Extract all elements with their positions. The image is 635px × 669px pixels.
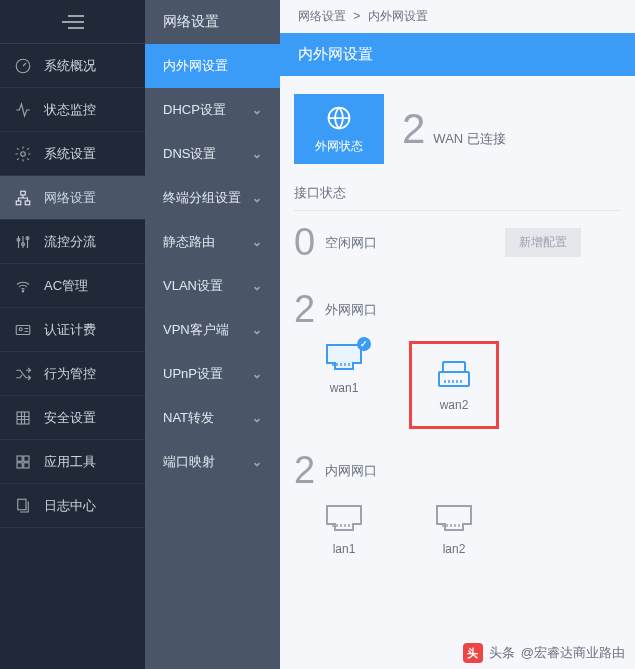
nav-system-overview[interactable]: 系统概况 [0,44,145,88]
checkmark-icon [357,337,371,351]
svg-rect-13 [24,456,29,461]
nav-network-settings[interactable]: 网络设置 [0,176,145,220]
toutiao-logo-icon: 头 [463,643,483,663]
wan-port-label: 外网网口 [325,301,377,319]
chevron-down-icon [252,369,262,379]
nav-label: 行为管控 [44,365,96,383]
idle-port-count: 0 [294,221,315,264]
sidebar-primary: 系统概况 状态监控 系统设置 网络设置 流控分流 AC管理 认证计费 行为管控 [0,0,145,669]
sec-item-dhcp[interactable]: DHCP设置 [145,88,280,132]
wan-status-box[interactable]: 外网状态 [294,94,384,164]
svg-rect-4 [25,201,30,205]
svg-rect-3 [16,201,21,205]
chevron-down-icon [252,325,262,335]
wan-count: 2 [402,105,425,153]
port-wan1[interactable]: wan1 [314,341,374,429]
hamburger-icon [62,15,84,29]
nav-label: 认证计费 [44,321,96,339]
nav-label: 网络设置 [44,189,96,207]
wan-status-card: 外网状态 2 WAN 已连接 [294,94,621,164]
interface-section-title: 接口状态 [294,184,621,211]
lan-port-count: 2 [294,449,315,492]
nav-auth-billing[interactable]: 认证计费 [0,308,145,352]
chevron-down-icon [252,193,262,203]
svg-rect-18 [443,362,465,372]
sec-item-terminal-group[interactable]: 终端分组设置 [145,176,280,220]
breadcrumb: 网络设置 > 内外网设置 [280,0,635,33]
sec-item-nat[interactable]: NAT转发 [145,396,280,440]
sliders-icon [14,233,32,251]
files-icon [14,497,32,515]
sec-item-static-route[interactable]: 静态路由 [145,220,280,264]
gear-icon [14,145,32,163]
nav-label: 状态监控 [44,101,96,119]
svg-rect-9 [16,325,30,334]
svg-rect-12 [17,456,22,461]
wan-port-grid: wan1 wan2 [294,341,621,429]
nav-system-settings[interactable]: 系统设置 [0,132,145,176]
gauge-icon [14,57,32,75]
page-title: 内外网设置 [280,33,635,76]
main-content: 网络设置 > 内外网设置 内外网设置 外网状态 2 WAN 已连接 接口状态 [280,0,635,669]
sec-item-dns[interactable]: DNS设置 [145,132,280,176]
sec-item-vpn-client[interactable]: VPN客户端 [145,308,280,352]
squares-icon [14,453,32,471]
sec-item-upnp[interactable]: UPnP设置 [145,352,280,396]
globe-icon [325,104,353,132]
svg-rect-15 [24,462,29,467]
chevron-down-icon [252,413,262,423]
wan-port-count: 2 [294,288,315,331]
add-config-button[interactable]: 新增配置 [505,228,581,257]
nav-status-monitor[interactable]: 状态监控 [0,88,145,132]
ethernet-port-icon [433,502,475,534]
sec-item-port-mapping[interactable]: 端口映射 [145,440,280,484]
nav-app-tools[interactable]: 应用工具 [0,440,145,484]
lan-port-label: 内网网口 [325,462,377,480]
svg-rect-2 [21,191,26,195]
breadcrumb-current: 内外网设置 [368,9,428,23]
sec-item-wan-lan[interactable]: 内外网设置 [145,44,280,88]
nav-label: 应用工具 [44,453,96,471]
svg-rect-14 [17,462,22,467]
nav-behavior-control[interactable]: 行为管控 [0,352,145,396]
network-icon [14,189,32,207]
sidebar-toggle[interactable] [0,0,145,44]
idle-ports-row: 0 空闲网口 新增配置 [294,221,621,264]
wan-status-text: WAN 已连接 [433,130,505,148]
ethernet-port-icon [323,502,365,534]
nav-label: 日志中心 [44,497,96,515]
highlight-box: wan2 [409,341,499,429]
ethernet-port-icon [433,358,475,390]
port-lan1[interactable]: lan1 [314,502,374,556]
svg-rect-11 [17,412,29,424]
grid-icon [14,409,32,427]
wifi-icon [14,277,32,295]
nav-ac-management[interactable]: AC管理 [0,264,145,308]
port-name: wan2 [440,398,469,412]
footer-handle: @宏睿达商业路由 [521,644,625,662]
lan-port-grid: lan1 lan2 [294,502,621,556]
shuffle-icon [14,365,32,383]
breadcrumb-parent[interactable]: 网络设置 [298,9,346,23]
port-wan2[interactable]: wan2 [424,358,484,412]
port-name: lan2 [443,542,466,556]
nav-security-settings[interactable]: 安全设置 [0,396,145,440]
chevron-down-icon [252,149,262,159]
svg-point-10 [19,327,22,330]
sec-item-vlan[interactable]: VLAN设置 [145,264,280,308]
nav-log-center[interactable]: 日志中心 [0,484,145,528]
svg-rect-19 [439,372,469,386]
port-lan2[interactable]: lan2 [424,502,484,556]
nav-label: 系统概况 [44,57,96,75]
breadcrumb-separator: > [353,9,360,23]
nav-label: 安全设置 [44,409,96,427]
chevron-down-icon [252,105,262,115]
nav-label: AC管理 [44,277,88,295]
svg-point-1 [21,151,26,156]
secondary-header: 网络设置 [145,0,280,44]
idle-port-label: 空闲网口 [325,234,377,252]
footer-prefix: 头条 [489,644,515,662]
nav-flow-control[interactable]: 流控分流 [0,220,145,264]
nav-label: 系统设置 [44,145,96,163]
chevron-down-icon [252,457,262,467]
